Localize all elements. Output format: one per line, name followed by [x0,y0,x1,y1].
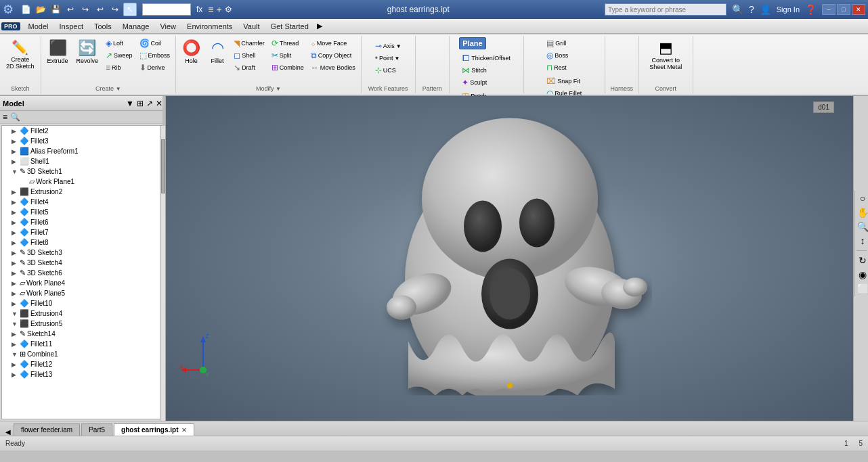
btn-split[interactable]: ✂Split [269,49,307,62]
tree-expand-work-plane4[interactable]: ▶ [12,280,20,287]
tree-item-combine1[interactable]: ▼⊞Combine1 [2,349,163,359]
btn-point[interactable]: •Point ▼ [372,52,404,64]
btn-fillet[interactable]: ◠ Fillet [205,37,230,66]
menu-environments[interactable]: Environments [181,21,238,32]
btn-loft[interactable]: ◈Loft [103,37,135,49]
menu-manage[interactable]: Manage [117,21,155,32]
tree-item-sketch-3d-6[interactable]: ▶✎3D Sketch6 [2,268,163,278]
tree-item-work-plane4[interactable]: ▶▱Work Plane4 [2,278,163,288]
restore-btn[interactable]: □ [837,4,850,15]
panel-close-icon[interactable]: ✕ [156,99,162,108]
tree-expand-fillet3[interactable]: ▶ [12,138,20,145]
pan-btn[interactable]: ✋ [856,206,868,218]
btn-derive[interactable]: ⬇Derive [137,62,173,74]
panel-search-btn[interactable]: 🔍 [10,112,20,122]
btn-rib[interactable]: ≡Rib [103,62,135,74]
viewport[interactable]: Z X Y d01 [166,96,853,421]
tree-item-work-plane1[interactable]: ▱Work Plane1 [2,177,163,187]
btn-boss[interactable]: ◎Boss [544,49,571,62]
undo-btn[interactable]: ↩ [64,3,77,16]
tree-expand-fillet11[interactable]: ▶ [12,341,20,348]
btn-draft[interactable]: ↘Draft [231,62,267,74]
menu-tools[interactable]: Tools [89,21,117,32]
panel-filter-icon[interactable]: ▼ [126,99,134,108]
viewport-nav-badge[interactable]: d01 [813,101,834,113]
tree-item-fillet13[interactable]: ▶🔷Fillet13 [2,369,163,379]
btn-stitch[interactable]: ⋈Stitch [459,64,513,76]
sign-in-btn[interactable]: Sign In [777,5,800,14]
btn-sculpt[interactable]: ✦Sculpt [459,76,513,89]
tree-expand-fillet4[interactable]: ▶ [12,199,20,206]
tree-item-alias-freeform1[interactable]: ▶🟦Alias Freeform1 [2,146,163,156]
tree-expand-extrusion2[interactable]: ▶ [12,189,20,195]
redo-btn[interactable]: ↪ [79,3,92,16]
btn-plane[interactable]: Plane [459,37,485,49]
btn-create-2d-sketch[interactable]: ✏️ Create2D Sketch [3,37,38,72]
tree-expand-work-plane5[interactable]: ▶ [12,290,20,297]
tree-item-extrusion5[interactable]: ▼⬛Extrusion5 [2,319,163,329]
tree-item-extrusion4[interactable]: ▼⬛Extrusion4 [2,308,163,319]
cursor-btn[interactable]: ↖ [123,3,137,16]
minimize-btn[interactable]: – [822,4,836,15]
btn-thicken-offset[interactable]: ⧠Thicken/Offset [459,52,513,64]
btn-shell[interactable]: ◻Shell [231,49,267,62]
panel-float-icon[interactable]: ↗ [146,99,153,108]
tree-item-fillet10[interactable]: ▶🔷Fillet10 [2,298,163,308]
btn-grill[interactable]: ▤Grill [544,37,571,49]
save-btn[interactable]: 💾 [49,3,62,16]
tree-expand-fillet8[interactable]: ▶ [12,239,20,246]
btn-snap-fit[interactable]: ⌧Snap Fit [544,75,584,87]
panel-expand-icon[interactable]: ⊞ [137,99,144,108]
btn-revolve[interactable]: 🔄 Revolve [73,37,102,66]
tree-expand-fillet12[interactable]: ▶ [12,361,20,368]
tree-expand-fillet7[interactable]: ▶ [12,229,20,236]
tree-item-sketch-3d-4[interactable]: ▶✎3D Sketch4 [2,258,163,268]
tree-item-work-plane5[interactable]: ▶▱Work Plane5 [2,288,163,298]
tree-item-fillet12[interactable]: ▶🔷Fillet12 [2,359,163,369]
tree-item-fillet2[interactable]: ▶🔷Fillet2 [2,126,163,136]
appearance-btn[interactable]: ◉ [856,269,868,281]
tree-expand-shell1[interactable]: ▶ [12,158,20,165]
tree-item-fillet3[interactable]: ▶🔷Fillet3 [2,136,163,146]
panel-filter-btn[interactable]: ≡ [3,112,7,122]
tree-expand-sketch-3d-3[interactable]: ▶ [12,250,20,256]
tree-expand-fillet2[interactable]: ▶ [12,128,20,135]
btn-chamfer[interactable]: ◥Chamfer [231,37,267,49]
orbit-btn[interactable]: ○ [856,192,868,204]
menu-get-started[interactable]: Get Started [265,21,314,32]
tree-expand-fillet5[interactable]: ▶ [12,209,20,216]
btn-sweep[interactable]: ↗Sweep [103,49,135,62]
tab-part5[interactable]: Part5 [81,423,112,436]
btn-coil[interactable]: 🌀Coil [137,37,173,49]
close-btn[interactable]: ✕ [852,4,865,15]
tree-item-fillet7[interactable]: ▶🔷Fillet7 [2,227,163,237]
tree-item-fillet8[interactable]: ▶🔷Fillet8 [2,237,163,248]
tree-expand-fillet6[interactable]: ▶ [12,219,20,226]
tree-item-fillet11[interactable]: ▶🔷Fillet11 [2,339,163,349]
btn-move-bodies[interactable]: ↔Move Bodies [308,62,358,74]
btn-axis[interactable]: ⊸Axis ▼ [372,40,404,52]
tree-expand-alias-freeform1[interactable]: ▶ [12,148,20,155]
tree-expand-extrusion4[interactable]: ▼ [12,310,20,317]
tree-expand-sketch-3d-6[interactable]: ▶ [12,270,20,277]
panel-scrollbar[interactable] [160,126,165,421]
new-btn[interactable]: 📄 [19,3,32,16]
tree-expand-extrusion5[interactable]: ▼ [12,321,20,327]
tab-ghost-earrings[interactable]: ghost earrings.ipt ✕ [114,423,194,436]
btn-rest[interactable]: ⊓Rest [544,62,571,74]
menu-vault[interactable]: Vault [238,21,265,32]
view-btn[interactable]: ⬜ [856,283,868,295]
tree-expand-sketch14[interactable]: ▶ [12,331,20,338]
rotate-btn[interactable]: ↻ [856,254,868,267]
btn-thread[interactable]: ⟳Thread [269,37,307,49]
tree-item-fillet6[interactable]: ▶🔷Fillet6 [2,217,163,227]
btn-copy-object[interactable]: ⧉Copy Object [308,49,358,62]
tree-view[interactable]: ▶🔷Fillet2▶🔷Fillet3▶🟦Alias Freeform1▶⬜She… [1,125,164,419]
tree-item-sketch-3d-3[interactable]: ▶✎3D Sketch3 [2,248,163,258]
menu-view[interactable]: View [154,21,181,32]
tree-item-extrusion2[interactable]: ▶⬛Extrusion2 [2,187,163,197]
tab-ghost-earrings-close[interactable]: ✕ [181,427,187,434]
tree-expand-combine1[interactable]: ▼ [12,351,20,358]
tree-expand-fillet10[interactable]: ▶ [12,300,20,307]
tree-item-sketch14[interactable]: ▶✎Sketch14 [2,329,163,339]
